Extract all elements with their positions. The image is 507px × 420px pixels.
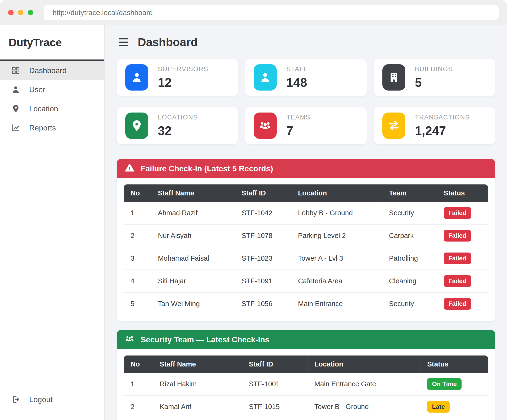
close-icon[interactable] <box>8 10 14 15</box>
minimize-icon[interactable] <box>18 10 23 15</box>
logout-label: Logout <box>29 395 53 404</box>
people-group-icon <box>125 334 134 345</box>
cell-staff-id: STF-1091 <box>235 270 291 293</box>
cell-location: Parking Level 2 <box>291 225 382 247</box>
zoom-icon[interactable] <box>28 10 33 15</box>
column-header-no: No <box>124 356 153 373</box>
cell-staff-id: STF-1056 <box>235 293 291 315</box>
logout-button[interactable]: Logout <box>0 390 104 409</box>
cell-staff-name: Kamal Arif <box>153 396 242 418</box>
table-row: 5 Tan Wei Ming STF-1056 Main Entrance Se… <box>124 293 488 315</box>
failure-panel-title: Failure Check-In (Latest 5 Records) <box>141 164 273 173</box>
browser-window: http://dutytrace.local/dashboard DutyTra… <box>0 0 507 420</box>
column-header-no: No <box>124 185 151 202</box>
cell-staff-id: STF-1078 <box>235 225 291 247</box>
sidebar: DutyTrace Dashboard User Location <box>0 25 105 420</box>
cell-staff-id: STF-1023 <box>235 247 291 270</box>
hamburger-icon[interactable] <box>119 37 128 47</box>
column-header-location: Location <box>291 185 382 202</box>
stat-card-locations: LOCATIONS 32 <box>117 107 238 144</box>
column-header-staff-name: Staff Name <box>153 356 242 373</box>
cell-team: Carpark <box>382 225 437 247</box>
failure-checkin-panel: Failure Check-In (Latest 5 Records) No S… <box>117 159 495 321</box>
table-row: 4 Siti Hajar STF-1091 Cafeteria Area Cle… <box>124 270 488 293</box>
column-header-location: Location <box>308 356 421 373</box>
table-row: 2 Kamal Arif STF-1015 Tower B - Ground L… <box>124 396 488 418</box>
location-pin-icon <box>11 104 21 113</box>
status-badge: Failed <box>444 230 471 241</box>
table-row: 2 Nur Aisyah STF-1078 Parking Level 2 Ca… <box>124 225 488 247</box>
transfer-arrows-icon <box>382 112 405 139</box>
cell-location: Lobby B - Ground <box>291 202 382 225</box>
status-badge: Failed <box>444 253 471 264</box>
security-panel-title: Security Team — Latest Check-Ins <box>141 335 269 344</box>
cell-staff-name: Rizal Hakim <box>153 373 242 396</box>
stat-card-supervisors: SUPERVISORS 12 <box>117 59 238 96</box>
security-table: No Staff Name Staff ID Location Status 1… <box>124 356 488 420</box>
security-panel-header: Security Team — Latest Check-Ins <box>117 330 495 349</box>
cell-no: 3 <box>124 247 151 270</box>
table-row: 3 Faizal Rahman STF-1033 Basement Entry … <box>124 418 488 420</box>
cell-status: On Time <box>420 373 488 396</box>
stat-card-transactions: TRANSACTIONS 1,247 <box>374 107 495 144</box>
stat-value: 5 <box>415 75 453 90</box>
stat-label: SUPERVISORS <box>158 65 208 73</box>
stat-value: 148 <box>286 75 308 90</box>
stat-value: 32 <box>158 124 198 138</box>
cell-team: Security <box>382 202 437 225</box>
window-controls <box>8 10 33 15</box>
cell-no: 2 <box>124 396 153 418</box>
table-header-row: No Staff Name Staff ID Location Team Sta… <box>124 185 488 202</box>
user-icon <box>125 64 148 90</box>
sidebar-item-user[interactable]: User <box>0 80 104 99</box>
cell-location: Tower B - Ground <box>308 396 421 418</box>
sidebar-item-label: Location <box>29 104 58 113</box>
column-header-status: Status <box>420 356 488 373</box>
sidebar-item-label: Dashboard <box>29 66 67 75</box>
cell-location: Main Entrance <box>291 293 382 315</box>
cell-no: 2 <box>124 225 151 247</box>
cell-staff-name: Siti Hajar <box>151 270 235 293</box>
url-bar[interactable]: http://dutytrace.local/dashboard <box>43 5 499 20</box>
warning-triangle-icon <box>125 163 134 174</box>
cell-team: Patrolling <box>382 247 437 270</box>
logout-icon <box>11 395 21 404</box>
column-header-staff-id: Staff ID <box>235 185 291 202</box>
cell-status: On Time <box>420 418 488 420</box>
table-row: 1 Rizal Hakim STF-1001 Main Entrance Gat… <box>124 373 488 396</box>
column-header-status: Status <box>437 185 488 202</box>
main-content: Dashboard SUPERVISORS 12 <box>105 25 507 420</box>
stat-cards: SUPERVISORS 12 STAFF 148 <box>117 59 495 144</box>
cell-staff-id: STF-1001 <box>242 373 308 396</box>
stat-card-staff: STAFF 148 <box>245 59 366 96</box>
cell-no: 1 <box>124 202 151 225</box>
status-badge: Failed <box>444 298 471 310</box>
cell-no: 5 <box>124 293 151 315</box>
table-row: 1 Ahmad Razif STF-1042 Lobby B - Ground … <box>124 202 488 225</box>
cell-location: Basement Entry <box>308 418 421 420</box>
user-icon <box>11 85 21 94</box>
stat-label: BUILDINGS <box>415 65 453 73</box>
failure-table: No Staff Name Staff ID Location Team Sta… <box>124 185 488 315</box>
cell-staff-name: Nur Aisyah <box>151 225 235 247</box>
stat-card-teams: TEAMS 7 <box>245 107 366 144</box>
cell-staff-name: Ahmad Razif <box>151 202 235 225</box>
table-row: 3 Mohamad Faisal STF-1023 Tower A - Lvl … <box>124 247 488 270</box>
cell-status: Failed <box>437 247 488 270</box>
sidebar-item-reports[interactable]: Reports <box>0 118 104 137</box>
page-title: Dashboard <box>138 36 198 49</box>
column-header-staff-name: Staff Name <box>151 185 235 202</box>
people-group-icon <box>254 112 277 139</box>
column-header-staff-id: Staff ID <box>242 356 308 373</box>
url-text: http://dutytrace.local/dashboard <box>53 9 153 17</box>
app-logo: DutyTrace <box>0 25 104 60</box>
cell-location: Cafeteria Area <box>291 270 382 293</box>
sidebar-item-dashboard[interactable]: Dashboard <box>0 60 104 80</box>
chart-icon <box>11 123 21 133</box>
cell-status: Failed <box>437 293 488 315</box>
stat-label: TEAMS <box>286 114 310 121</box>
cell-staff-id: STF-1033 <box>242 418 308 420</box>
sidebar-item-location[interactable]: Location <box>0 99 104 118</box>
browser-chrome: http://dutytrace.local/dashboard <box>0 0 507 25</box>
cell-team: Cleaning <box>382 270 437 293</box>
